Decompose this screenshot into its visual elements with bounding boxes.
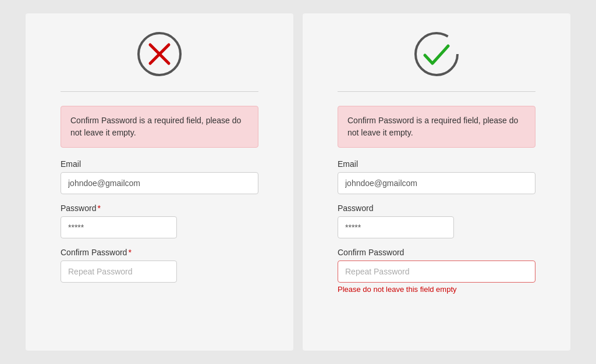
password-label-right: Password (338, 204, 535, 213)
panel-success: Confirm Password is a required field, pl… (303, 13, 570, 351)
required-star-password-left: * (97, 204, 100, 213)
icon-area-error (136, 31, 183, 77)
email-group-right: Email (338, 159, 535, 194)
password-group-right: Password (338, 204, 535, 238)
check-circle-icon (413, 31, 460, 77)
email-label-left: Email (61, 159, 258, 169)
divider-error (61, 91, 258, 92)
password-input-left[interactable] (61, 216, 177, 238)
confirm-password-input-left[interactable] (61, 260, 177, 283)
error-box-left: Confirm Password is a required field, pl… (61, 106, 258, 148)
confirm-password-group-left: Confirm Password* (61, 248, 258, 283)
email-input-left[interactable] (61, 172, 258, 194)
x-circle-icon (136, 31, 183, 77)
password-label-left: Password* (61, 204, 258, 213)
svg-point-3 (416, 33, 457, 75)
panels-container: Confirm Password is a required field, pl… (0, 2, 596, 362)
confirm-password-group-right: Confirm Password Please do not leave thi… (338, 248, 535, 294)
error-message-left: Confirm Password is a required field, pl… (70, 116, 241, 137)
confirm-password-error-text: Please do not leave this field empty (338, 285, 535, 294)
error-box-right: Confirm Password is a required field, pl… (338, 106, 535, 148)
email-input-right[interactable] (338, 172, 535, 194)
error-message-right: Confirm Password is a required field, pl… (347, 116, 518, 137)
divider-success (338, 91, 535, 92)
icon-area-success (413, 31, 460, 77)
required-star-confirm-left: * (128, 248, 131, 257)
password-group-left: Password* (61, 204, 258, 238)
confirm-password-input-right[interactable] (338, 260, 535, 283)
email-label-right: Email (338, 159, 535, 169)
panel-error: Confirm Password is a required field, pl… (26, 13, 293, 351)
confirm-password-label-left: Confirm Password* (61, 248, 258, 257)
password-input-right[interactable] (338, 216, 454, 238)
confirm-password-label-right: Confirm Password (338, 248, 535, 257)
email-group-left: Email (61, 159, 258, 194)
